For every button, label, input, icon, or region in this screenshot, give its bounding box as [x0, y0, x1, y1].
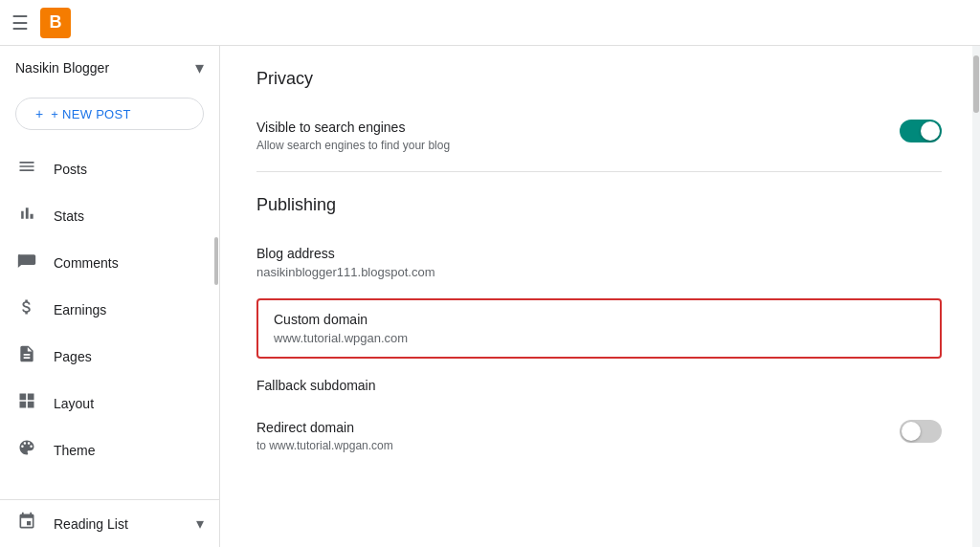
redirect-text: Redirect domain to www.tutorial.wpgan.co…	[256, 420, 393, 452]
chevron-down-icon: ▾	[195, 57, 204, 78]
sidebar-item-theme[interactable]: Theme	[0, 427, 212, 473]
redirect-desc: to www.tutorial.wpgan.com	[256, 439, 393, 452]
content-area: Privacy Visible to search engines Allow …	[220, 46, 972, 547]
sidebar-item-earnings-label: Earnings	[54, 302, 106, 317]
blog-address-value: nasikinblogger111.blogspot.com	[256, 265, 942, 279]
pages-icon	[15, 344, 38, 368]
privacy-title: Privacy	[256, 69, 942, 89]
sidebar-item-theme-label: Theme	[54, 443, 96, 458]
reading-list-icon	[15, 512, 38, 536]
sidebar-bottom: Settings updated Reading List ▾	[0, 499, 219, 547]
sidebar-item-posts-label: Posts	[54, 162, 87, 177]
reading-list-label: Reading List	[54, 516, 128, 532]
privacy-section: Privacy Visible to search engines Allow …	[256, 69, 942, 164]
main-layout: Nasikin Blogger ▾ + + NEW POST Posts Sta…	[0, 46, 980, 547]
visible-search-desc: Allow search engines to find your blog	[256, 139, 450, 152]
blog-address-label: Blog address	[256, 246, 942, 261]
blogger-logo: B	[40, 8, 71, 38]
visible-search-toggle[interactable]	[900, 120, 942, 142]
sidebar-item-stats-label: Stats	[54, 208, 84, 224]
sidebar-item-pages-label: Pages	[54, 349, 92, 364]
custom-domain-value: www.tutorial.wpgan.com	[274, 331, 924, 345]
topbar: ☰ B	[0, 0, 980, 46]
redirect-label: Redirect domain	[256, 420, 393, 435]
hamburger-icon[interactable]: ☰	[11, 11, 29, 34]
theme-icon	[15, 438, 38, 462]
custom-domain-label: Custom domain	[274, 312, 924, 327]
reading-list-chevron-icon: ▾	[196, 514, 204, 533]
sidebar-item-reading-list[interactable]: Reading List ▾	[0, 500, 219, 547]
stats-icon	[15, 204, 38, 228]
earnings-icon	[15, 297, 38, 321]
sidebar-item-earnings[interactable]: Earnings	[0, 286, 212, 333]
new-post-label: + NEW POST	[49, 107, 131, 121]
section-divider	[256, 171, 942, 172]
new-post-button[interactable]: + + NEW POST	[15, 98, 204, 130]
sidebar-item-layout[interactable]: Layout	[0, 380, 212, 427]
comments-icon	[15, 251, 38, 274]
sidebar-item-layout-label: Layout	[54, 396, 94, 411]
sidebar-item-stats[interactable]: Stats	[0, 192, 212, 239]
publishing-title: Publishing	[256, 195, 942, 215]
sidebar-item-posts[interactable]: Posts	[0, 145, 212, 192]
sidebar-item-pages[interactable]: Pages	[0, 333, 212, 380]
blog-name: Nasikin Blogger	[15, 60, 109, 76]
sidebar-item-comments-label: Comments	[54, 255, 119, 271]
posts-icon	[15, 157, 38, 181]
redirect-toggle[interactable]	[900, 420, 942, 443]
nav-items: Posts Stats Comments Earnings	[0, 145, 219, 499]
redirect-row: Redirect domain to www.tutorial.wpgan.co…	[256, 408, 942, 464]
fallback-label: Fallback subdomain	[256, 378, 942, 393]
sidebar: Nasikin Blogger ▾ + + NEW POST Posts Sta…	[0, 46, 220, 547]
sidebar-item-comments[interactable]: Comments	[0, 239, 212, 286]
custom-domain-box[interactable]: Custom domain www.tutorial.wpgan.com	[256, 298, 942, 359]
blog-address-row: Blog address nasikinblogger111.blogspot.…	[256, 234, 942, 291]
fallback-row: Fallback subdomain	[256, 366, 942, 408]
publishing-section: Publishing Blog address nasikinblogger11…	[256, 195, 942, 464]
visible-search-row: Visible to search engines Allow search e…	[256, 108, 942, 164]
blog-selector[interactable]: Nasikin Blogger ▾	[0, 46, 219, 90]
sidebar-scrollbar[interactable]	[213, 142, 219, 490]
new-post-plus-icon: +	[35, 106, 43, 121]
layout-icon	[15, 391, 38, 415]
visible-search-text: Visible to search engines Allow search e…	[256, 120, 450, 152]
visible-search-label: Visible to search engines	[256, 120, 450, 135]
content-scrollbar[interactable]	[972, 46, 980, 547]
